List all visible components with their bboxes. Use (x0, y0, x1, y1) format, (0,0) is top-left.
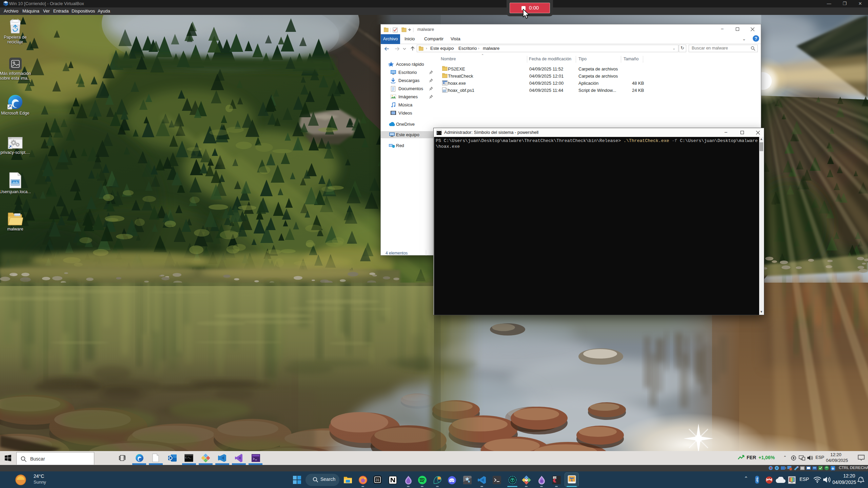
svg-text:z: z (861, 477, 862, 479)
svg-text:C:\_: C:\_ (185, 456, 192, 459)
svg-text:C:\: C:\ (437, 132, 441, 135)
svg-text:31: 31 (376, 478, 380, 482)
